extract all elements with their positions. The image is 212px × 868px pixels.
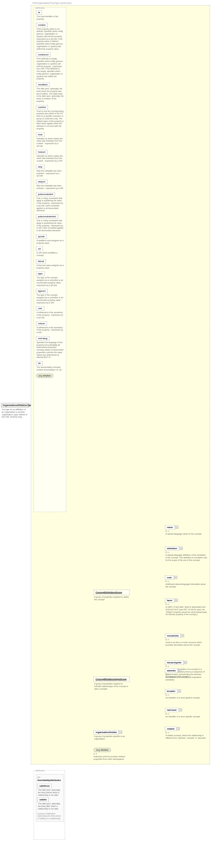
attribute-pubconstrainturi: pubconstrainturiOne or many constraints … (36, 214, 64, 232)
attribute-qcode: qcodeA qualified code assigned as a prop… (36, 234, 64, 245)
time-validity-group: grp timeValidityAttributes validfromThe … (36, 774, 64, 822)
expand-icon[interactable]: + (176, 526, 178, 529)
child-note: A natural language name for the concept. (165, 532, 208, 535)
attribute-name: howuri (36, 150, 48, 154)
attribute-note: One or many constraints that apply to pu… (36, 196, 64, 212)
attribute-why: whyWhy the metadata has been included - … (36, 165, 64, 177)
attribute-note: Specifies the language of this property … (36, 341, 64, 359)
any-other-card: 0..∞ (94, 752, 128, 755)
concept-relationships-group-label: ConceptRelationshipsGroup (96, 678, 126, 680)
child-note: An identifier of a more generic concept. (165, 696, 208, 699)
attribute-name: literal (36, 259, 46, 264)
attribute-name: dir (36, 361, 43, 365)
crg-children-column: sameAs+0..∞An identifier of a concept wi… (165, 669, 208, 751)
child-name: facet (165, 598, 174, 602)
expand-icon[interactable]: + (180, 547, 183, 550)
any-other-note: Extension point for provider-defined pro… (94, 755, 128, 761)
child-note: Additional natural language information … (165, 582, 208, 588)
concept-definition-group-note: A group of properites required to define… (94, 595, 129, 601)
attribute-note: If the attribute is empty, specifies whi… (36, 57, 64, 80)
diagram-canvas: 0..∞ 0..∞ OrganisationAffiliationType Th… (0, 0, 212, 868)
expand-icon[interactable]: + (178, 669, 181, 672)
validity-attr-name: validfrom (37, 784, 52, 788)
child-note: A natural language definition of the sem… (165, 553, 208, 561)
attribute-pubconstraint: pubconstraintOne or many constraints tha… (36, 192, 64, 212)
attribute-name: custom (36, 105, 48, 109)
child-card: 0..∞ (165, 665, 208, 667)
attribute-name: qcode (36, 234, 47, 239)
attribute-note: Indicates by which means the value was e… (36, 137, 64, 148)
attribute-note: Why the metadata has been included - exp… (36, 184, 64, 190)
attributes-label-2: attributes (35, 769, 46, 772)
attributes-column-1: idThe local identifier of the property.c… (36, 10, 64, 380)
child-card: 0..∞ (165, 602, 208, 605)
attribute-name: typeuri (36, 289, 48, 293)
attribute-modified: modifiedThe date (and, optionally, the t… (36, 83, 64, 103)
expand-icon[interactable]: + (174, 576, 177, 579)
child-narrower: narrower+0..∞An identifier of a more spe… (165, 708, 208, 723)
expand-icon[interactable]: + (119, 731, 122, 734)
any-other-pill: any ##other (94, 748, 111, 752)
attribute-roleuri: roleuriA refinement of the semantics of … (36, 321, 64, 334)
root-type-title: OrganisationAffiliationType (1, 403, 29, 407)
attribute-note: One or many constraints that apply to pu… (36, 219, 64, 232)
attribute-name: xml:lang (36, 336, 49, 341)
attribute-note: A refinement of the semantics of the pro… (36, 311, 64, 319)
attribute-creator: creatorIf the property value is not defi… (36, 23, 64, 51)
attribute-whyuri: whyuriWhy the metadata has been included… (36, 180, 64, 190)
root-type-box: OrganisationAffiliationType The type for… (1, 403, 29, 420)
attribute-role: roleA refinement of the semantics of the… (36, 306, 64, 319)
attribute-name: whyuri (36, 180, 48, 184)
child-name: name+0..∞A natural language name for the… (165, 525, 208, 542)
attribute-name: creatoruri (36, 53, 51, 57)
concept-definition-group: ConceptDefinitionGroup A group of proper… (94, 590, 129, 601)
child-note: A related concept, where the relationshi… (165, 734, 208, 740)
child-card: 0..∞ (165, 673, 208, 675)
child-card: 0..∞ (165, 580, 208, 582)
child-card: 0..∞ (165, 731, 208, 734)
validity-attr-validto: validtoThe date (and, optionally, the ti… (37, 798, 62, 810)
attribute-note: A URI which identifies a concept. (36, 251, 64, 257)
child-note: In NAR 1.8 and later: facet is deprecate… (165, 605, 208, 616)
attribute-how: howIndicates by which means the value wa… (36, 132, 64, 148)
validity-attr-note: The date (and, optionally, the time) aft… (37, 802, 62, 810)
expand-icon[interactable]: + (181, 634, 184, 637)
attribute-name: roleuri (36, 321, 47, 326)
concept-relationships-group-note: A group of properites required to indica… (94, 682, 129, 690)
attribute-howuri: howuriIndicates by which means the value… (36, 150, 64, 162)
organisation-details-note: A group of properties specific to an org… (94, 735, 128, 740)
concept-definition-group-label: ConceptDefinitionGroup (96, 591, 122, 594)
child-name: related (165, 727, 176, 731)
attribute-id: idThe local identifier of the property. (36, 10, 64, 21)
child-facet: facet+0..∞In NAR 1.8 and later: facet is… (165, 598, 208, 630)
attribute-note: The date (and, optionally, the time) whe… (36, 87, 64, 103)
attribute-note: The type of the concept assigned as a co… (36, 276, 64, 286)
attribute-name: creator (36, 23, 48, 27)
extension-header: FlexOrganisationPropType (extension) (33, 2, 71, 4)
attribute-name: modified (36, 83, 49, 87)
child-name: narrower (165, 708, 179, 712)
organisation-details: organisationDetails+ A group of properti… (94, 730, 128, 740)
expand-icon[interactable]: + (177, 727, 180, 730)
validity-attr-note: The date (and, optionally, the time) bef… (37, 788, 62, 796)
attribute-name: why (36, 165, 44, 169)
concept-relationships-group: ConceptRelationshipsGroup A group of pro… (94, 677, 129, 690)
expand-icon[interactable]: + (179, 708, 182, 711)
expand-icon[interactable]: + (175, 599, 178, 602)
attributes-label-1: attributes (35, 6, 46, 9)
expand-icon[interactable]: + (178, 690, 181, 692)
cdg-children-column: name+0..∞A natural language name for the… (165, 525, 208, 693)
attribute-name: pubconstraint (36, 192, 55, 196)
validity-attr-validfrom: validfromThe date (and, optionally, the … (37, 784, 62, 796)
expand-icon[interactable]: + (184, 661, 187, 664)
attribute-name: uri (36, 247, 43, 251)
attribute-name: role (36, 306, 44, 311)
child-note: A link to an item or a web resource whic… (165, 641, 208, 647)
attribute-name: pubconstrainturi (36, 214, 58, 219)
attribute-note: A qualified code assigned as a property … (36, 239, 64, 245)
attribute-dir: dirThe directionality of textual content… (36, 361, 64, 371)
attribute-any-other: any ##other (36, 374, 64, 378)
attribute-note: If the property value is not defined, sp… (36, 27, 64, 51)
child-name: note (165, 576, 174, 580)
attribute-type: typeThe type of the concept assigned as … (36, 272, 64, 286)
